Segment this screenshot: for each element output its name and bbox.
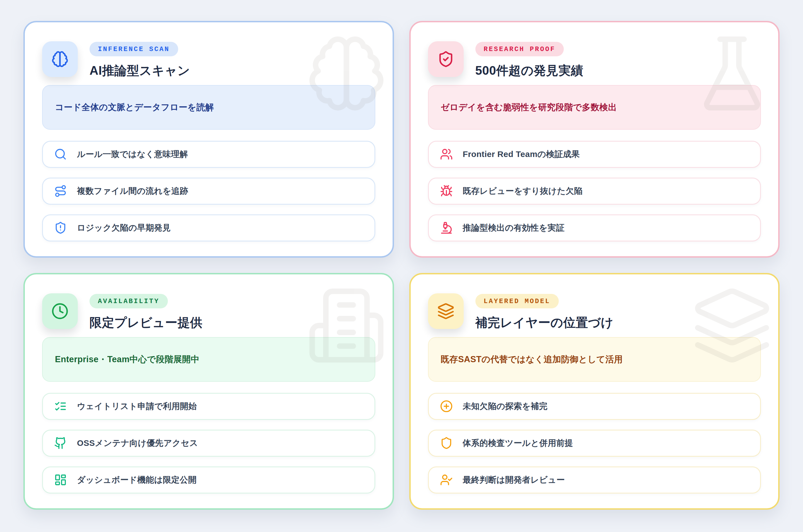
list-item: ルール一致ではなく意味理解 bbox=[42, 141, 375, 168]
list-item-label: 未知欠陥の探索を補完 bbox=[463, 401, 548, 412]
shield-icon bbox=[440, 437, 453, 450]
shield-alert-icon bbox=[54, 222, 67, 234]
list-item: 最終判断は開発者レビュー bbox=[428, 467, 761, 494]
list-item: 体系的検査ツールと併用前提 bbox=[428, 430, 761, 457]
highlight-box: コード全体の文脈とデータフローを読解 bbox=[42, 85, 375, 130]
search-icon bbox=[54, 148, 67, 160]
highlight-text: コード全体の文脈とデータフローを読解 bbox=[55, 101, 214, 113]
card-title: 補完レイヤーの位置づけ bbox=[475, 316, 614, 330]
list-item: 推論型検出の有効性を実証 bbox=[428, 214, 761, 242]
card-badge: INFERENCE SCAN bbox=[90, 42, 178, 56]
list-item-label: 推論型検出の有効性を実証 bbox=[463, 222, 565, 234]
shield-check-icon bbox=[428, 41, 464, 77]
list-item-label: ロジック欠陥の早期発見 bbox=[77, 222, 171, 234]
list-item-label: 最終判断は開発者レビュー bbox=[463, 474, 565, 486]
card-title: 限定プレビュー提供 bbox=[90, 316, 203, 330]
users-icon bbox=[440, 148, 453, 160]
card-title: AI推論型スキャン bbox=[90, 63, 190, 78]
highlight-text: Enterprise・Team中心で段階展開中 bbox=[55, 354, 199, 365]
card-title: 500件超の発見実績 bbox=[475, 63, 583, 78]
list-item-label: ウェイトリスト申請で利用開始 bbox=[77, 401, 197, 412]
brain-icon bbox=[42, 41, 78, 77]
card-header: AVAILABILITY 限定プレビュー提供 bbox=[42, 293, 375, 330]
list-item: 既存レビューをすり抜けた欠陥 bbox=[428, 177, 761, 205]
list-checks-icon bbox=[54, 400, 67, 413]
list-item: ウェイトリスト申請で利用開始 bbox=[42, 393, 375, 420]
card-layered-model: LAYERED MODEL 補完レイヤーの位置づけ 既存SASTの代替ではなく追… bbox=[409, 273, 780, 510]
list-item-label: OSSメンテナ向け優先アクセス bbox=[77, 437, 198, 449]
list-item: Frontier Red Teamの検証成果 bbox=[428, 141, 761, 168]
card-header: LAYERED MODEL 補完レイヤーの位置づけ bbox=[428, 293, 761, 330]
user-check-icon bbox=[440, 473, 453, 486]
card-inference-scan: INFERENCE SCAN AI推論型スキャン コード全体の文脈とデータフロー… bbox=[23, 21, 394, 258]
list-item-label: 複数ファイル間の流れを追跡 bbox=[77, 185, 188, 197]
feature-cards-page: INFERENCE SCAN AI推論型スキャン コード全体の文脈とデータフロー… bbox=[0, 0, 803, 532]
highlight-text: ゼロデイを含む脆弱性を研究段階で多数検出 bbox=[441, 101, 617, 113]
list-item-label: ルール一致ではなく意味理解 bbox=[77, 149, 188, 160]
microscope-icon bbox=[440, 222, 453, 234]
list-item: ダッシュボード機能は限定公開 bbox=[42, 467, 375, 494]
card-badge: AVAILABILITY bbox=[90, 294, 168, 308]
feature-list: Frontier Red Teamの検証成果 既存レビューをすり抜けた欠陥 推論… bbox=[428, 141, 761, 242]
list-item: 未知欠陥の探索を補完 bbox=[428, 393, 761, 420]
list-item: OSSメンテナ向け優先アクセス bbox=[42, 430, 375, 457]
card-availability: AVAILABILITY 限定プレビュー提供 Enterprise・Team中心… bbox=[23, 273, 394, 510]
plus-circle-icon bbox=[440, 400, 453, 413]
feature-list: 未知欠陥の探索を補完 体系的検査ツールと併用前提 最終判断は開発者レビュー bbox=[428, 393, 761, 494]
highlight-text: 既存SASTの代替ではなく追加防御として活用 bbox=[441, 354, 623, 365]
route-icon bbox=[54, 185, 67, 197]
list-item-label: 体系的検査ツールと併用前提 bbox=[463, 437, 573, 449]
card-badge: LAYERED MODEL bbox=[475, 294, 559, 308]
feature-list: ルール一致ではなく意味理解 複数ファイル間の流れを追跡 ロジック欠陥の早期発見 bbox=[42, 141, 375, 242]
list-item-label: 既存レビューをすり抜けた欠陥 bbox=[463, 185, 583, 197]
github-icon bbox=[54, 437, 67, 450]
highlight-box: 既存SASTの代替ではなく追加防御として活用 bbox=[428, 337, 761, 382]
bug-icon bbox=[440, 185, 453, 197]
card-research-proof: RESEARCH PROOF 500件超の発見実績 ゼロデイを含む脆弱性を研究段… bbox=[409, 21, 780, 258]
clock-icon bbox=[42, 293, 78, 329]
list-item: 複数ファイル間の流れを追跡 bbox=[42, 177, 375, 205]
highlight-box: ゼロデイを含む脆弱性を研究段階で多数検出 bbox=[428, 85, 761, 130]
layout-grid-icon bbox=[54, 473, 67, 486]
list-item-label: ダッシュボード機能は限定公開 bbox=[77, 474, 196, 486]
list-item-label: Frontier Red Teamの検証成果 bbox=[463, 149, 580, 160]
layers-icon bbox=[428, 293, 464, 329]
highlight-box: Enterprise・Team中心で段階展開中 bbox=[42, 337, 375, 382]
card-header: INFERENCE SCAN AI推論型スキャン bbox=[42, 41, 375, 78]
card-header: RESEARCH PROOF 500件超の発見実績 bbox=[428, 41, 761, 78]
feature-list: ウェイトリスト申請で利用開始 OSSメンテナ向け優先アクセス ダッシュボード機能… bbox=[42, 393, 375, 494]
card-badge: RESEARCH PROOF bbox=[475, 42, 564, 56]
list-item: ロジック欠陥の早期発見 bbox=[42, 214, 375, 242]
